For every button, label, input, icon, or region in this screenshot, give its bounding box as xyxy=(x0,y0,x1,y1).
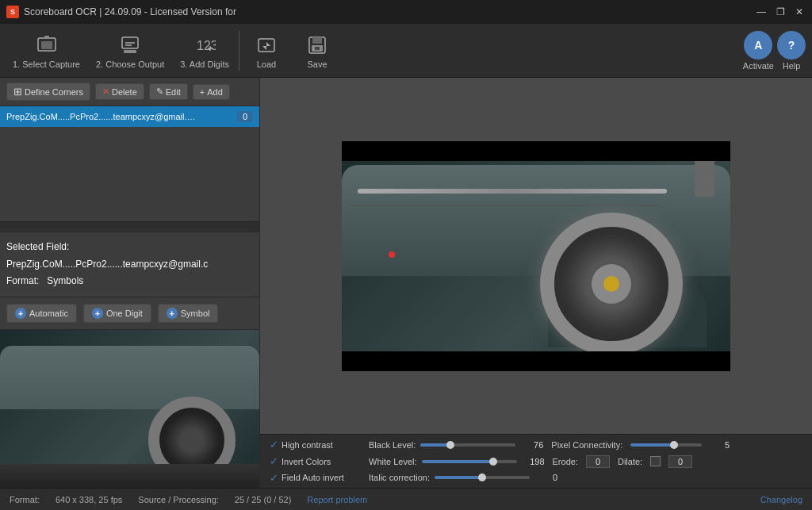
corners-icon: ⊞ xyxy=(13,86,22,98)
svg-text:123: 123 xyxy=(197,39,216,52)
erode-label: Erode: xyxy=(553,457,578,466)
field-item[interactable]: PrepZig.CoM.....PcPro2......teampcxyz@gm… xyxy=(0,106,259,127)
restore-button[interactable]: ❐ xyxy=(774,6,787,18)
toolbar-activate[interactable]: A Activate xyxy=(743,31,774,71)
add-label: Add xyxy=(207,87,223,97)
field-name: PrepZig.CoM.....PcPro2......teampcxyz@gm… xyxy=(6,112,197,121)
selected-field-row: Selected Field: PrepZig.CoM.....PcPro2..… xyxy=(6,239,253,273)
field-info: Selected Field: PrepZig.CoM.....PcPro2..… xyxy=(0,232,259,297)
field-auto-invert-check[interactable]: ✓ Field Auto invert xyxy=(270,472,361,484)
titlebar: S Scoreboard OCR | 24.09.09 - Licensed V… xyxy=(0,0,812,24)
capture-icon xyxy=(34,33,59,58)
high-contrast-check[interactable]: ✓ High contrast xyxy=(270,439,361,451)
toolbar-add-digits[interactable]: 123 3. Add Digits xyxy=(174,29,236,72)
field-auto-invert-label: Field Auto invert xyxy=(282,473,344,482)
dilate-input[interactable] xyxy=(668,455,692,468)
minimize-button[interactable]: — xyxy=(755,6,768,18)
dilate-checkbox[interactable] xyxy=(650,456,661,466)
svg-rect-13 xyxy=(312,37,322,44)
add-button[interactable]: + Add xyxy=(193,84,230,100)
automatic-icon: + xyxy=(15,308,26,319)
white-level-value: 198 xyxy=(525,457,545,466)
toolbar-help[interactable]: ? Help xyxy=(777,31,806,71)
titlebar-logo: S xyxy=(6,6,19,18)
define-corners-button[interactable]: ⊞ Define Corners xyxy=(6,82,90,101)
report-problem-link[interactable]: Report problem xyxy=(307,495,367,504)
toolbar-select-capture[interactable]: 1. Select Capture xyxy=(6,29,86,72)
high-contrast-checkmark: ✓ xyxy=(270,439,278,451)
source-status-label: Source / Processing: xyxy=(138,495,219,504)
format-label: Format: xyxy=(6,275,39,286)
symbol-button[interactable]: + Symbol xyxy=(158,304,219,323)
dilate-label: Dilate: xyxy=(618,457,642,466)
invert-colors-label: Invert Colors xyxy=(282,457,331,466)
titlebar-title: Scoreboard OCR | 24.09.09 - Licensed Ver… xyxy=(24,6,236,17)
toolbar-file-group: Load Save xyxy=(243,29,341,72)
pixel-connectivity-section: Pixel Connectivity: 5 xyxy=(551,440,730,450)
italic-correction-slider[interactable] xyxy=(435,476,530,479)
format-value: Symbols xyxy=(47,275,83,286)
action-buttons: + Automatic + One Digit + Symbol xyxy=(0,297,259,329)
field-list[interactable]: PrepZig.CoM.....PcPro2......teampcxyz@gm… xyxy=(0,106,259,221)
white-level-slider[interactable] xyxy=(422,460,517,463)
toolbar-main-group: 1. Select Capture 2. Choose Output 123 xyxy=(6,29,236,72)
canvas-area xyxy=(260,78,812,434)
toolbar-save[interactable]: Save xyxy=(293,29,341,72)
car-visualization xyxy=(342,141,730,371)
changelog-link-wrapper: Changelog xyxy=(760,495,802,504)
hscroll-bar[interactable] xyxy=(0,221,259,232)
svg-rect-1 xyxy=(41,41,52,49)
status-bar: Format: 640 x 338, 25 fps Source / Proce… xyxy=(0,488,812,510)
erode-input[interactable] xyxy=(586,455,610,468)
car-wheel xyxy=(540,213,683,355)
define-corners-label: Define Corners xyxy=(25,87,83,97)
pixel-connectivity-slider[interactable] xyxy=(630,443,702,447)
selected-field-label: Selected Field: xyxy=(6,241,69,252)
white-level-label: White Level: xyxy=(369,457,417,466)
italic-correction-label: Italic correction: xyxy=(369,473,430,482)
black-level-container: Black Level: xyxy=(369,440,515,450)
settings-bar: ✓ High contrast Black Level: 76 Pixel Co… xyxy=(260,434,812,488)
field-auto-invert-checkmark: ✓ xyxy=(270,472,278,484)
svg-rect-6 xyxy=(124,50,136,53)
white-level-container: White Level: xyxy=(369,457,517,466)
symbol-label: Symbol xyxy=(181,309,210,318)
selected-field-value: PrepZig.CoM.....PcPro2......teampcxyz@gm… xyxy=(6,259,208,270)
automatic-label: Automatic xyxy=(29,309,68,318)
left-panel: ⊞ Define Corners ✕ Delete ✎ Edit + Add P… xyxy=(0,78,260,488)
italic-correction-container: Italic correction: xyxy=(369,473,530,482)
save-label: Save xyxy=(307,59,327,69)
field-badge: 0 xyxy=(237,111,253,122)
add-icon: + xyxy=(200,87,205,97)
load-label: Load xyxy=(257,59,276,69)
close-button[interactable]: ✕ xyxy=(793,6,806,18)
black-level-label: Black Level: xyxy=(369,440,416,450)
delete-button[interactable]: ✕ Delete xyxy=(95,83,144,100)
toolbar-choose-output[interactable]: 2. Choose Output xyxy=(90,29,170,72)
invert-colors-check[interactable]: ✓ Invert Colors xyxy=(270,455,361,467)
format-row: Format: Symbols xyxy=(6,273,253,290)
toolbar: 1. Select Capture 2. Choose Output 123 xyxy=(0,24,812,78)
toolbar-sep1 xyxy=(239,31,239,71)
one-digit-button[interactable]: + One Digit xyxy=(83,304,151,323)
help-label: Help xyxy=(783,61,801,71)
save-icon xyxy=(304,33,330,58)
load-icon xyxy=(254,33,279,58)
edit-button[interactable]: ✎ Edit xyxy=(149,83,188,100)
black-level-slider[interactable] xyxy=(420,443,515,447)
italic-correction-value: 0 xyxy=(538,473,557,482)
automatic-button[interactable]: + Automatic xyxy=(6,304,77,323)
titlebar-controls: — ❐ ✕ xyxy=(755,6,806,18)
preview-image xyxy=(0,329,259,488)
changelog-link[interactable]: Changelog xyxy=(760,495,802,504)
settings-row-1: ✓ High contrast Black Level: 76 Pixel Co… xyxy=(270,438,802,452)
help-icon: ? xyxy=(777,31,806,59)
toolbar-load[interactable]: Load xyxy=(243,29,290,72)
define-corners-bar: ⊞ Define Corners ✕ Delete ✎ Edit + Add xyxy=(0,78,259,106)
output-icon xyxy=(117,33,143,58)
activate-icon: A xyxy=(744,31,772,59)
output-label: 2. Choose Output xyxy=(96,59,164,69)
svg-marker-11 xyxy=(262,42,270,50)
pixel-connectivity-value: 5 xyxy=(710,440,730,450)
one-digit-icon: + xyxy=(92,308,103,319)
